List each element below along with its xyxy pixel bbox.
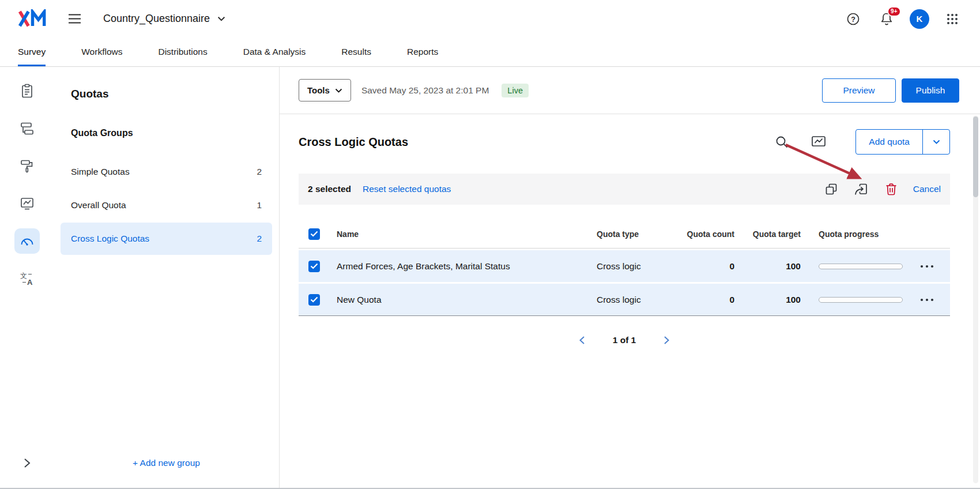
notification-count-badge: 9+ xyxy=(887,6,901,17)
selection-actions: Cancel xyxy=(821,179,941,200)
check-icon xyxy=(310,263,318,269)
group-count: 2 xyxy=(257,167,262,177)
quota-progress-bar xyxy=(819,297,903,303)
tools-dropdown-button[interactable]: Tools xyxy=(299,79,351,101)
top-bar: Country_Questionnaire ? 9+ K xyxy=(0,0,980,37)
user-avatar[interactable]: K xyxy=(910,9,929,29)
translations-icon[interactable]: 文 A xyxy=(14,266,40,291)
tab-data-analysis[interactable]: Data & Analysis xyxy=(243,37,306,66)
preview-button[interactable]: Preview xyxy=(822,78,896,103)
group-count: 2 xyxy=(257,234,262,244)
quota-chart-icon[interactable] xyxy=(807,130,830,153)
search-icon[interactable] xyxy=(770,130,793,153)
select-all-cell xyxy=(299,228,337,240)
group-count: 1 xyxy=(257,200,262,210)
select-all-checkbox[interactable] xyxy=(308,228,320,240)
publish-button[interactable]: Publish xyxy=(902,78,959,103)
quota-progress-cell xyxy=(804,264,903,269)
sidebar-item-simple-quotas[interactable]: Simple Quotas 2 xyxy=(61,156,272,188)
qualtrics-app-window: Country_Questionnaire ? 9+ K xyxy=(0,0,980,489)
quota-target: 100 xyxy=(738,261,804,272)
scrollbar-thumb[interactable] xyxy=(973,116,978,197)
table-row[interactable]: New Quota Cross logic 0 100 xyxy=(299,284,950,315)
tools-label: Tools xyxy=(307,85,330,95)
next-page-chevron-icon[interactable] xyxy=(661,333,672,347)
survey-flow-icon[interactable] xyxy=(14,116,40,141)
tab-reports[interactable]: Reports xyxy=(407,37,438,66)
sidebar-item-overall-quota[interactable]: Overall Quota 1 xyxy=(61,189,272,221)
quota-groups-sidebar: Quotas Quota Groups Simple Quotas 2 Over… xyxy=(54,67,280,488)
project-nav-tabs: Survey Workflows Distributions Data & An… xyxy=(0,37,980,67)
check-icon xyxy=(310,231,318,237)
vertical-scrollbar[interactable] xyxy=(973,115,978,483)
survey-name-dropdown[interactable]: Country_Questionnaire xyxy=(103,13,225,25)
quota-count: 0 xyxy=(683,295,738,305)
quota-progress-bar xyxy=(819,264,903,269)
page-indicator: 1 of 1 xyxy=(613,335,636,345)
row-checkbox[interactable] xyxy=(308,261,320,272)
delete-trash-icon[interactable] xyxy=(881,179,902,200)
previous-page-chevron-icon[interactable] xyxy=(576,333,587,347)
quota-name: New Quota xyxy=(337,295,597,305)
table-row[interactable]: Armed Forces, Age Brackets, Marital Stat… xyxy=(299,250,950,282)
add-new-group-button[interactable]: + Add new group xyxy=(54,458,279,468)
survey-tools-rail: 文 A xyxy=(0,67,54,488)
add-quota-menu-chevron-icon[interactable] xyxy=(923,130,949,154)
live-status-badge: Live xyxy=(502,84,529,97)
row-actions-ellipsis-icon[interactable] xyxy=(918,295,936,305)
quota-type: Cross logic xyxy=(597,261,683,272)
row-menu-cell xyxy=(903,261,950,272)
help-icon[interactable]: ? xyxy=(843,9,864,29)
svg-text:?: ? xyxy=(851,15,855,23)
page-body: 文 A Quotas Quota Groups Simple Quotas 2 … xyxy=(0,67,980,488)
row-checkbox[interactable] xyxy=(308,294,320,306)
tab-distributions[interactable]: Distributions xyxy=(158,37,207,66)
import-quotas-icon[interactable] xyxy=(851,179,872,200)
quota-type: Cross logic xyxy=(597,295,683,305)
quotas-table: Name Quota type Quota count Quota target… xyxy=(299,220,950,316)
svg-text:文: 文 xyxy=(20,272,27,280)
tab-workflows[interactable]: Workflows xyxy=(81,37,122,66)
survey-options-chart-icon[interactable] xyxy=(14,191,40,216)
notifications-bell-icon[interactable]: 9+ xyxy=(876,9,897,29)
row-menu-cell xyxy=(903,295,950,305)
group-label: Simple Quotas xyxy=(71,167,130,177)
look-and-feel-paint-roller-icon[interactable] xyxy=(14,153,40,179)
expand-rail-chevron-icon[interactable] xyxy=(24,458,31,468)
chevron-down-icon xyxy=(335,88,342,93)
table-header-row: Name Quota type Quota count Quota target… xyxy=(299,220,950,249)
xm-logo-icon[interactable] xyxy=(17,9,47,28)
add-quota-button[interactable]: Add quota xyxy=(856,130,922,154)
tab-survey[interactable]: Survey xyxy=(18,37,46,66)
apps-waffle-icon[interactable] xyxy=(942,9,963,29)
add-quota-split-button: Add quota xyxy=(855,129,950,155)
cancel-selection-link[interactable]: Cancel xyxy=(913,184,941,194)
row-checkbox-cell xyxy=(299,294,337,306)
survey-builder-icon[interactable] xyxy=(14,78,40,104)
row-actions-ellipsis-icon[interactable] xyxy=(918,261,936,272)
reset-selected-quotas-link[interactable]: Reset selected quotas xyxy=(363,184,451,194)
quota-progress-cell xyxy=(804,297,903,303)
survey-toolbar: Tools Saved May 25, 2023 at 2:01 PM Live… xyxy=(280,67,980,114)
sidebar-title: Quotas xyxy=(71,88,279,100)
quota-count: 0 xyxy=(683,261,738,272)
quotas-content: Cross Logic Quotas xyxy=(280,128,980,347)
column-header-name: Name xyxy=(337,230,597,239)
column-header-quota-target: Quota target xyxy=(738,230,804,239)
saved-status-text: Saved May 25, 2023 at 2:01 PM xyxy=(361,85,489,96)
quota-name: Armed Forces, Age Brackets, Marital Stat… xyxy=(337,261,597,272)
chevron-down-icon xyxy=(217,16,225,21)
pagination: 1 of 1 xyxy=(299,333,950,347)
column-header-quota-count: Quota count xyxy=(683,230,738,239)
sidebar-item-cross-logic-quotas[interactable]: Cross Logic Quotas 2 xyxy=(61,223,272,255)
duplicate-quotas-icon[interactable] xyxy=(821,179,842,200)
quotas-gauge-icon[interactable] xyxy=(14,228,40,254)
row-checkbox-cell xyxy=(299,261,337,272)
selected-count-text: 2 selected xyxy=(308,184,351,194)
topbar-actions: ? 9+ K xyxy=(843,9,963,29)
tab-results[interactable]: Results xyxy=(341,37,371,66)
selection-action-bar: 2 selected Reset selected quotas xyxy=(299,174,950,205)
svg-text:A: A xyxy=(27,278,33,286)
quota-target: 100 xyxy=(738,295,804,305)
hamburger-menu-icon[interactable] xyxy=(68,14,81,24)
